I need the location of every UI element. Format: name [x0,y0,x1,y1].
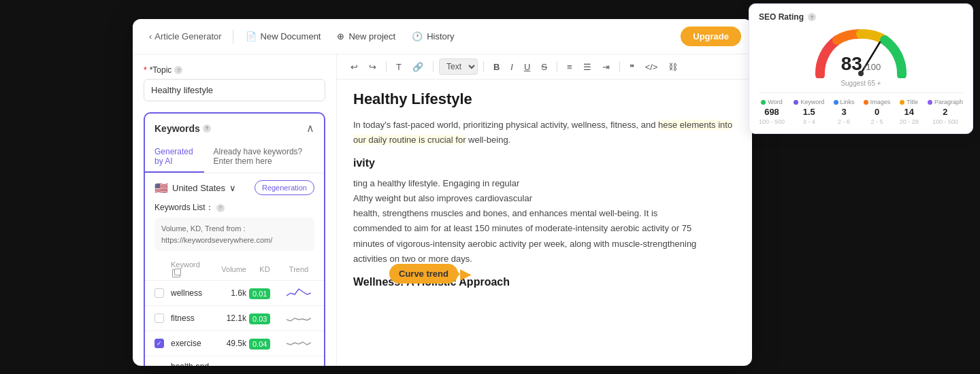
link-button[interactable]: ⛓ [664,59,681,75]
keywords-panel: Keywords ? ∧ Generated by AI Already hav… [144,112,325,366]
metric-range-images: 2 - 5 [871,118,883,125]
upgrade-button[interactable]: Upgrade [681,27,741,46]
metric-value-images: 0 [875,107,879,117]
text-style-select[interactable]: Text [439,58,478,75]
keyword-kd-wellness: 0.01 [249,287,280,299]
list-button[interactable]: ☰ [579,59,595,75]
metric-range-word: 100 - 500 [759,118,785,125]
country-select[interactable]: 🇺🇸 United States ∨ [154,182,236,194]
keyword-trend-fitness [283,311,314,325]
undo-button[interactable]: ↩ [346,59,362,75]
keywords-tabs: Generated by AI Already have keywords? E… [145,141,324,173]
nav-new-document[interactable]: 📄 New Document [239,27,328,46]
metric-dot-word [761,100,766,105]
seo-metric-links: Links 3 2 - 6 [834,99,855,125]
metric-label-word: Word [761,99,782,105]
code-button[interactable]: </> [641,59,662,75]
svg-text:100: 100 [898,77,908,78]
gauge-suggest: Suggest 65 + [840,80,881,87]
keyword-name-wellness: wellness [171,288,210,298]
left-panel: * *Topic ? Keywords ? ∧ Generated by AI [133,54,337,366]
copy-icon[interactable] [172,269,180,277]
nav-new-project[interactable]: ⊕ New project [330,27,402,46]
toolbar-divider3 [483,61,484,72]
keyword-kd-exercise: 0.04 [249,337,280,350]
redo-button[interactable]: ↪ [365,59,380,75]
history-icon: 🕐 [412,31,423,41]
kw-source: Volume, KD, Trend from : https://keyword… [154,218,314,251]
underline-button[interactable]: U [520,59,534,75]
seo-info-icon[interactable]: ? [808,13,816,21]
flag-icon: 🇺🇸 [154,182,168,194]
col-keyword-header: Keyword [171,260,210,277]
nav-history-label: History [427,31,454,41]
metric-value-title: 14 [904,107,913,117]
seo-title: SEO Rating [759,12,804,22]
table-row: wellness 1.6k 0.01 [145,280,324,305]
keyword-name-health-wellness: health and wellness [171,362,210,366]
topic-label: * *Topic ? [144,65,325,75]
kw-list-info-icon[interactable]: ? [216,204,225,212]
metric-value-keyword: 1.5 [803,107,815,117]
metric-label-images: Images [864,99,891,105]
metric-range-links: 2 - 6 [838,118,850,125]
tab-manual[interactable]: Already have keywords? Enter them here [204,141,324,173]
metric-dot-keyword [794,100,798,105]
metric-dot-title [900,100,904,105]
table-row: fitness 12.1k 0.03 [145,305,324,330]
keyword-checkbox-fitness[interactable] [154,313,164,323]
metric-range-title: 20 - 28 [900,118,919,125]
top-nav: ‹ Article Generator 📄 New Document ⊕ New… [133,19,752,54]
nav-new-project-label: New project [348,31,395,41]
format-button[interactable]: T [392,59,406,75]
align-button[interactable]: ≡ [563,59,576,75]
gauge-number: 83 [841,53,862,75]
nav-back-button[interactable]: ‹ Article Generator [144,27,227,46]
keyword-name-exercise: exercise [171,339,210,348]
seo-metric-title: Title 14 20 - 28 [900,99,919,125]
keyword-volume-fitness: 12.1k [212,313,246,323]
editor-toolbar: ↩ ↪ T 🔗 Text B I U S ≡ ☰ ⇥ ❝ < [337,54,752,80]
seo-metrics: Word 698 100 - 500 Keyword 1.5 3 - 4 Lin… [759,92,963,125]
seo-panel: SEO Rating ? 0 100 83 [749,3,973,134]
keywords-info-icon[interactable]: ? [203,124,211,133]
nav-history[interactable]: 🕐 History [405,27,461,46]
seo-metric-paragraph: Paragraph 2 100 - 500 [928,99,963,125]
strikethrough-button[interactable]: S [537,59,551,75]
toolbar-divider4 [557,61,557,72]
indent-button[interactable]: ⇥ [598,59,614,75]
col-volume-header: Volume [212,265,246,273]
curve-trend-tooltip: Curve trend ▶ [389,264,458,284]
collapse-button[interactable]: ∧ [306,122,314,135]
link-toolbar-button[interactable]: 🔗 [408,59,427,75]
metric-label-links: Links [834,99,855,105]
keyword-checkbox-exercise[interactable] [154,339,164,348]
tab-generated-by-ai[interactable]: Generated by AI [145,141,204,173]
doc-subtitle-activity: ivity [353,157,736,169]
bold-button[interactable]: B [489,59,504,75]
country-row: 🇺🇸 United States ∨ Regeneration [145,173,324,202]
keyword-checkbox-wellness[interactable] [154,288,164,298]
seo-metric-word: Word 698 100 - 500 [759,99,785,125]
keyword-kd-fitness: 0.03 [249,312,280,324]
col-kd-header: KD [249,265,280,273]
regeneration-button[interactable]: Regeneration [255,180,314,195]
col-trend-header: Trend [283,265,314,273]
metric-value-links: 3 [841,107,846,117]
keyword-volume-exercise: 49.5k [212,339,246,348]
metric-value-paragraph: 2 [943,107,947,117]
metric-value-word: 698 [764,107,779,117]
topic-info-icon[interactable]: ? [174,66,182,74]
keywords-header: Keywords ? ∧ [145,114,324,135]
doc-para-1: In today's fast-paced world, prioritizin… [353,118,736,148]
right-content: ↩ ↪ T 🔗 Text B I U S ≡ ☰ ⇥ ❝ < [337,54,752,366]
topic-input[interactable] [144,79,325,101]
italic-button[interactable]: I [506,59,517,75]
quote-button[interactable]: ❝ [625,59,638,75]
back-arrow-icon: ‹ [149,31,152,41]
metric-dot-links [834,100,838,105]
gauge-container: 0 100 83 /100 Suggest 65 + [759,27,963,87]
toolbar-divider1 [386,61,387,72]
main-content: * *Topic ? Keywords ? ∧ Generated by AI [133,54,752,366]
required-star: * [144,65,147,75]
